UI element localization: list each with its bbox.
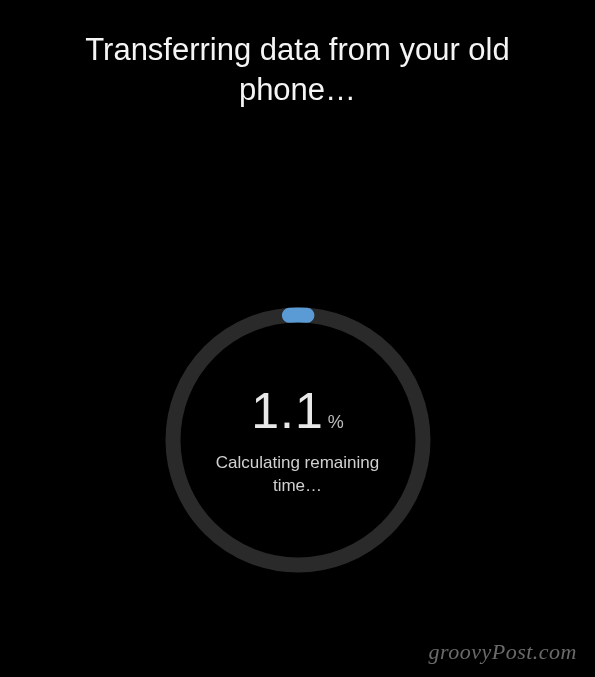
progress-content: 1.1 % Calculating remaining time… — [163, 305, 433, 575]
progress-percent-value: 1.1 — [251, 382, 324, 440]
progress-status-text: Calculating remaining time… — [163, 452, 433, 498]
progress-percent-symbol: % — [328, 412, 344, 433]
page-title: Transferring data from your old phone… — [0, 0, 595, 111]
progress-ring: 1.1 % Calculating remaining time… — [163, 305, 433, 575]
watermark: groovyPost.com — [428, 639, 577, 665]
progress-percent: 1.1 % — [251, 382, 344, 440]
